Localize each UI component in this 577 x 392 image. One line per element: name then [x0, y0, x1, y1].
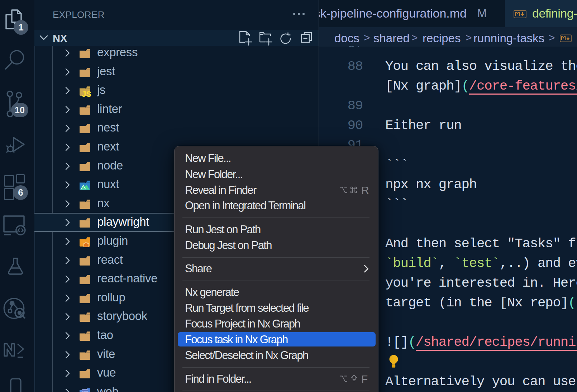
svg-text:JS: JS: [82, 90, 91, 99]
